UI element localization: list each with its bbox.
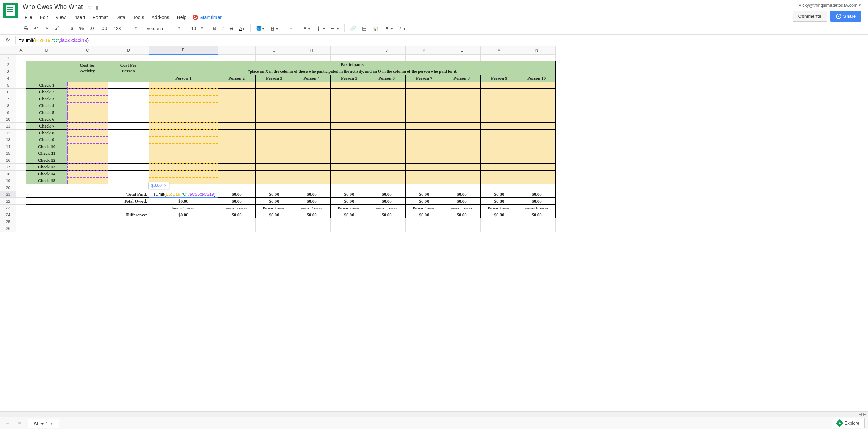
col-header-A[interactable]: A — [16, 46, 26, 55]
cell[interactable] — [16, 164, 26, 171]
cell[interactable] — [255, 177, 293, 184]
horizontal-scrollbar[interactable]: ◀▶ — [0, 411, 868, 417]
col-header-D[interactable]: D — [108, 46, 149, 55]
owes-label-3[interactable]: Person 3 owes: — [255, 205, 293, 211]
cell[interactable] — [518, 82, 555, 89]
total-owed-value[interactable]: $0.00 — [405, 198, 443, 205]
cell[interactable] — [405, 55, 443, 61]
cell[interactable] — [443, 225, 480, 232]
cell-E12[interactable] — [149, 130, 218, 136]
cell-E14[interactable] — [149, 143, 218, 150]
cell[interactable] — [255, 95, 293, 102]
cell-C9[interactable] — [67, 109, 108, 116]
participants-header[interactable]: Participants — [149, 61, 556, 68]
cell[interactable] — [218, 218, 255, 225]
cell[interactable] — [518, 177, 555, 184]
total-paid-value[interactable]: $0.00 — [218, 191, 255, 198]
cell-D9[interactable] — [108, 109, 149, 116]
cell[interactable] — [443, 116, 480, 123]
cell[interactable] — [330, 218, 368, 225]
cell[interactable] — [108, 225, 149, 232]
cell[interactable] — [293, 109, 330, 116]
cell[interactable] — [16, 75, 26, 82]
cell[interactable] — [255, 136, 293, 143]
difference-value[interactable]: $0.00 — [255, 211, 293, 218]
cell[interactable] — [218, 164, 255, 171]
cell[interactable] — [16, 109, 26, 116]
row-header-19[interactable]: 19 — [0, 177, 16, 184]
cell-C5[interactable] — [67, 82, 108, 89]
menu-insert[interactable]: Insert — [70, 13, 89, 21]
person-header-4[interactable]: Person 4 — [293, 75, 330, 82]
halign-icon[interactable]: ≡ ▾ — [301, 24, 313, 33]
all-sheets-button[interactable]: ≡ — [15, 419, 24, 428]
cell[interactable] — [16, 150, 26, 157]
cell-D12[interactable] — [108, 130, 149, 136]
cell[interactable] — [518, 157, 555, 164]
cell[interactable] — [518, 225, 555, 232]
cell[interactable] — [16, 89, 26, 95]
cell[interactable] — [368, 171, 405, 177]
total-paid-value[interactable]: $0.00 — [480, 191, 518, 198]
start-timer-link[interactable]: Start timer — [191, 13, 224, 21]
cell-D5[interactable] — [108, 82, 149, 89]
owes-label-7[interactable]: Person 7 owes: — [405, 205, 443, 211]
wrap-icon[interactable]: ↵ ▾ — [328, 24, 342, 33]
valign-icon[interactable]: ⭳ ▾ — [314, 24, 328, 33]
row-header-16[interactable]: 16 — [0, 157, 16, 164]
cell[interactable] — [16, 55, 26, 61]
total-owed-value[interactable]: $0.00 — [149, 198, 218, 205]
cell[interactable] — [149, 225, 218, 232]
cell[interactable] — [480, 143, 518, 150]
cell[interactable] — [26, 225, 67, 232]
cell[interactable] — [255, 157, 293, 164]
total-paid-value[interactable]: $0.00 — [330, 191, 368, 198]
col-header-H[interactable]: H — [293, 46, 330, 55]
cell-E5[interactable] — [149, 82, 218, 89]
cell-E16[interactable] — [149, 157, 218, 164]
cell[interactable] — [368, 109, 405, 116]
cell[interactable] — [293, 143, 330, 150]
cell-D13[interactable] — [108, 136, 149, 143]
cell[interactable] — [26, 75, 67, 82]
col-header-L[interactable]: L — [443, 46, 480, 55]
cell[interactable] — [518, 55, 555, 61]
cell[interactable] — [405, 116, 443, 123]
cell-E15[interactable] — [149, 150, 218, 157]
cell[interactable] — [67, 218, 108, 225]
cell[interactable] — [26, 218, 67, 225]
check-label-5[interactable]: Check 5 — [26, 109, 67, 116]
cell[interactable] — [518, 164, 555, 171]
total-paid-value[interactable]: $0.00 — [443, 191, 480, 198]
cell[interactable] — [218, 225, 255, 232]
cell[interactable] — [293, 184, 330, 191]
person-header-8[interactable]: Person 8 — [443, 75, 480, 82]
person-header-2[interactable]: Person 2 — [218, 75, 255, 82]
cell[interactable] — [368, 157, 405, 164]
cell[interactable] — [405, 130, 443, 136]
cell[interactable] — [330, 95, 368, 102]
cell[interactable] — [16, 171, 26, 177]
cell[interactable] — [330, 225, 368, 232]
menu-tools[interactable]: Tools — [130, 13, 148, 21]
cell[interactable] — [218, 116, 255, 123]
cell-D17[interactable] — [108, 164, 149, 171]
person-header-7[interactable]: Person 7 — [405, 75, 443, 82]
row-header-15[interactable]: 15 — [0, 150, 16, 157]
cell[interactable] — [218, 89, 255, 95]
cell[interactable] — [518, 171, 555, 177]
col-header-E[interactable]: E — [149, 46, 218, 55]
cell[interactable] — [368, 164, 405, 171]
filter-icon[interactable]: ▼ ▾ — [382, 24, 396, 33]
difference-value[interactable]: $0.00 — [518, 211, 555, 218]
row-header-24[interactable]: 24 — [0, 211, 16, 218]
cell[interactable] — [293, 157, 330, 164]
cell[interactable] — [255, 102, 293, 109]
cell[interactable] — [26, 198, 67, 205]
cell[interactable] — [218, 102, 255, 109]
cell[interactable] — [443, 143, 480, 150]
cell[interactable] — [443, 95, 480, 102]
cell[interactable] — [218, 123, 255, 130]
cell-C11[interactable] — [67, 123, 108, 130]
cell[interactable] — [218, 143, 255, 150]
